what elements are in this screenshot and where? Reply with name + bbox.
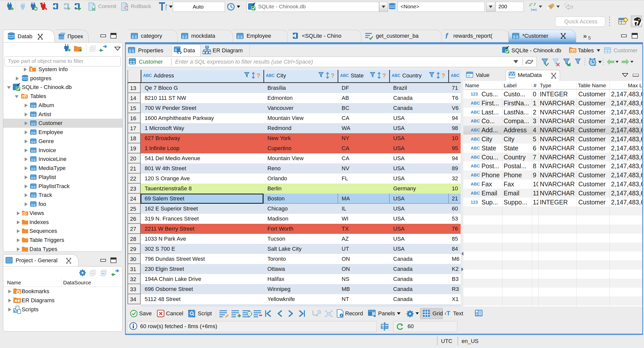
svg-text:(+): (+) — [248, 312, 252, 316]
